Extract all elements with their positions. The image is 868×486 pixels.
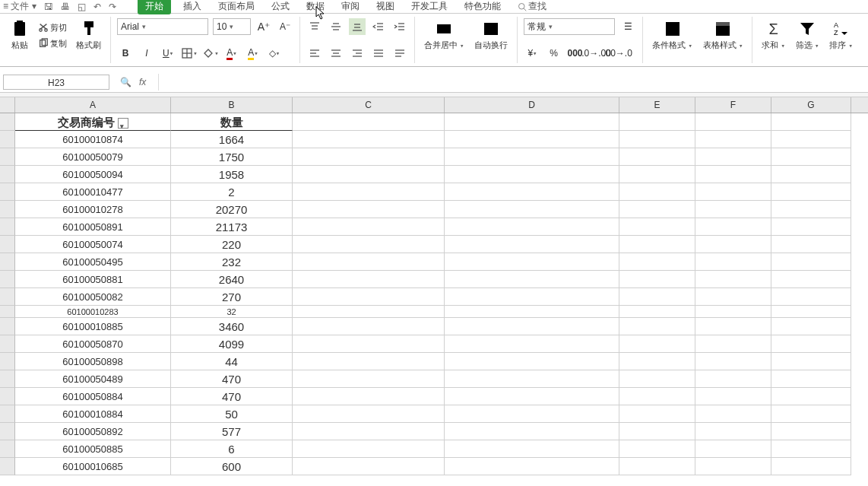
cell-dealer-id[interactable]: 60100010685 [15,458,171,475]
cell[interactable] [293,201,445,218]
highlight-icon[interactable]: A▾ [245,45,261,62]
cell[interactable] [771,271,851,288]
cell[interactable] [695,271,771,288]
decrease-font-icon[interactable]: A⁻ [277,18,293,35]
col-header-c[interactable]: C [293,97,445,113]
cell-quantity[interactable]: 1664 [171,131,293,148]
cell-quantity[interactable]: 44 [171,353,293,370]
cell[interactable] [293,271,445,288]
cell[interactable] [695,405,771,423]
name-box[interactable]: H23 [3,75,109,90]
cell[interactable] [771,423,851,440]
cell[interactable] [771,113,851,131]
cell[interactable] [445,113,619,131]
cell[interactable] [695,131,771,148]
tab-special[interactable]: 特色功能 [460,0,505,14]
cell[interactable] [695,253,771,271]
row-header[interactable] [0,405,15,423]
cell[interactable] [695,440,771,458]
zoom-find-icon[interactable]: 🔍 [120,77,131,87]
tab-dev[interactable]: 开发工具 [407,0,452,14]
cell[interactable] [695,113,771,131]
cell-quantity[interactable]: 600 [171,458,293,475]
cell[interactable] [445,218,619,236]
cell[interactable] [619,388,695,405]
cell[interactable] [445,388,619,405]
row-header[interactable] [0,218,15,236]
cell[interactable] [771,218,851,236]
cell[interactable] [445,236,619,253]
cell-quantity[interactable]: 32 [171,306,293,318]
align-left-icon[interactable] [306,45,323,62]
file-menu[interactable]: ≡ 文件 ▾ [3,0,36,13]
row-header[interactable] [0,253,15,271]
row-header[interactable] [0,183,15,201]
row-header[interactable] [0,131,15,148]
cell[interactable] [695,318,771,335]
cell[interactable] [619,318,695,335]
cell[interactable] [619,458,695,475]
cell[interactable] [771,370,851,388]
tab-layout[interactable]: 页面布局 [214,0,259,14]
sort-button[interactable]: AZ 排序 ▾ [826,18,855,52]
filter-button[interactable]: 筛选 ▾ [793,18,822,52]
cell[interactable] [293,113,445,131]
row-header[interactable] [0,335,15,353]
cell[interactable] [695,353,771,370]
cell-dealer-id[interactable]: 60100010477 [15,183,171,201]
cell-dealer-id[interactable]: 60100050074 [15,236,171,253]
cell[interactable] [695,388,771,405]
align-top-icon[interactable] [306,18,323,35]
cell-dealer-id[interactable]: 60100050884 [15,388,171,405]
row-header[interactable] [0,370,15,388]
cell-dealer-id[interactable]: 60100050891 [15,218,171,236]
cell[interactable] [771,131,851,148]
col-header-f[interactable]: F [695,97,771,113]
cell[interactable] [445,148,619,166]
cell-dealer-id[interactable]: 60100010283 [15,306,171,318]
cell-quantity[interactable]: 6 [171,440,293,458]
cell-quantity[interactable]: 2 [171,183,293,201]
cell[interactable] [293,218,445,236]
cell[interactable] [293,440,445,458]
align-middle-icon[interactable] [328,18,344,35]
cell-quantity[interactable]: 232 [171,253,293,271]
cell[interactable] [695,166,771,183]
cell[interactable] [771,201,851,218]
cell[interactable] [695,183,771,201]
tab-home[interactable]: 开始 [138,0,171,14]
cell[interactable] [771,288,851,306]
cell[interactable] [293,236,445,253]
cell-quantity[interactable]: 50 [171,405,293,423]
cell[interactable] [293,148,445,166]
cell[interactable] [695,423,771,440]
cell[interactable] [695,218,771,236]
cell[interactable] [445,288,619,306]
cell[interactable] [445,306,619,318]
row-header[interactable] [0,113,15,131]
cell-quantity[interactable]: 1958 [171,166,293,183]
fx-icon[interactable]: fx [139,77,146,87]
cell[interactable] [445,370,619,388]
qat-redo-icon[interactable]: ↷ [109,2,116,12]
cell[interactable] [445,458,619,475]
cell[interactable] [293,253,445,271]
cell[interactable] [619,148,695,166]
col-header-e[interactable]: E [619,97,695,113]
number-format-dropdown[interactable]: 常规▾ [524,18,615,35]
select-all-corner[interactable] [0,97,15,113]
copy-button[interactable]: 复制 [36,37,68,50]
cell[interactable] [619,370,695,388]
row-header[interactable] [0,318,15,335]
cell[interactable] [293,353,445,370]
cut-button[interactable]: 剪切 [36,21,68,34]
cell[interactable] [293,388,445,405]
cell[interactable] [619,113,695,131]
header-cell-b[interactable]: 数量 [171,113,293,131]
percent-icon[interactable]: % [545,45,562,62]
cell[interactable] [293,183,445,201]
cell[interactable] [619,236,695,253]
cell-dealer-id[interactable]: 60100050495 [15,253,171,271]
cell[interactable] [771,148,851,166]
cell-dealer-id[interactable]: 60100050079 [15,148,171,166]
